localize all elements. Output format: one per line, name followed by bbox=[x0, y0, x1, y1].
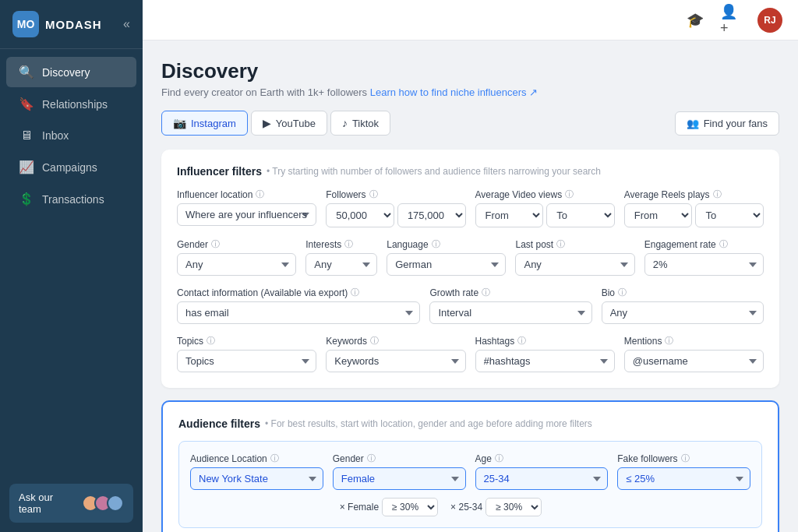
filter-select-keywords[interactable]: Keywords bbox=[326, 350, 465, 372]
female-threshold-select[interactable]: ≥ 30% bbox=[382, 498, 438, 516]
page-subtitle: Find every creator on Earth with 1k+ fol… bbox=[161, 86, 779, 98]
filter-select-engagement[interactable]: 2% bbox=[644, 253, 764, 276]
audience-filters-title: Audience filters • For best results, sta… bbox=[178, 417, 762, 430]
page-content: Discovery Find every creator on Earth wi… bbox=[143, 41, 798, 532]
main-content: 🎓 👤+ RJ Discovery Find every creator on … bbox=[143, 0, 798, 532]
page-title: Discovery bbox=[161, 59, 779, 83]
tab-youtube[interactable]: ▶ YouTube bbox=[251, 111, 327, 136]
tiktok-icon: ♪ bbox=[342, 117, 348, 129]
audience-inner-box: Audience Location ⓘ New York State Gende… bbox=[178, 441, 762, 528]
avg-video-range: From To bbox=[475, 203, 615, 227]
sidebar-item-inbox[interactable]: 🖥 Inbox bbox=[6, 121, 136, 150]
info-icon-fake-followers[interactable]: ⓘ bbox=[681, 453, 690, 464]
filter-group-last-post: Last post ⓘ Any bbox=[515, 238, 634, 276]
info-icon-gender[interactable]: ⓘ bbox=[211, 238, 220, 250]
ask-team-btn[interactable]: Ask our team bbox=[9, 484, 133, 523]
info-icon-growth[interactable]: ⓘ bbox=[482, 287, 490, 298]
filter-select-audience-gender[interactable]: Female bbox=[333, 467, 466, 490]
tab-instagram[interactable]: 📷 Instagram bbox=[161, 111, 248, 136]
sidebar-header: MO MODASH « bbox=[0, 0, 143, 49]
filter-label-audience-location: Audience Location ⓘ bbox=[190, 453, 323, 464]
filter-label-contact: Contact information (Available via expor… bbox=[177, 287, 420, 298]
info-icon-engagement[interactable]: ⓘ bbox=[719, 238, 728, 250]
sidebar-collapse-btn[interactable]: « bbox=[123, 17, 130, 31]
filter-group-location: Influencer location ⓘ Where are your inf… bbox=[177, 188, 316, 227]
audience-tags-row: × Female ≥ 30% × 25-34 ≥ 30% bbox=[190, 498, 750, 516]
add-user-icon[interactable]: 👤+ bbox=[720, 8, 745, 33]
info-icon-topics[interactable]: ⓘ bbox=[207, 335, 215, 347]
sidebar-item-label: Campaigns bbox=[42, 161, 97, 174]
influencer-filters-hint: • Try starting with number of followers … bbox=[267, 166, 601, 177]
tab-tiktok[interactable]: ♪ Tiktok bbox=[330, 111, 390, 136]
info-icon-bio[interactable]: ⓘ bbox=[618, 287, 627, 298]
filter-select-language[interactable]: German bbox=[387, 253, 506, 276]
sidebar-item-label: Discovery bbox=[42, 66, 90, 79]
info-icon-contact[interactable]: ⓘ bbox=[351, 287, 359, 298]
user-avatar[interactable]: RJ bbox=[757, 8, 782, 33]
filter-label-growth: Growth rate ⓘ bbox=[429, 287, 591, 298]
find-fans-button[interactable]: 👥 Find your fans bbox=[675, 111, 779, 136]
filter-select-topics[interactable]: Topics bbox=[177, 350, 316, 372]
filter-label-hashtags: Hashtags ⓘ bbox=[475, 335, 615, 347]
filter-label-audience-gender: Gender ⓘ bbox=[333, 453, 466, 464]
filter-label-fake-followers: Fake followers ⓘ bbox=[617, 453, 750, 464]
info-icon-interests[interactable]: ⓘ bbox=[344, 238, 353, 250]
filter-select-hashtags[interactable]: #hashtags bbox=[475, 350, 615, 372]
info-icon-audience-age[interactable]: ⓘ bbox=[495, 453, 503, 464]
logo-text: MODASH bbox=[45, 18, 102, 31]
filter-select-interests[interactable]: Any bbox=[305, 253, 377, 276]
info-icon-audience-gender[interactable]: ⓘ bbox=[367, 453, 376, 464]
filter-select-audience-age[interactable]: 25-34 bbox=[475, 467, 609, 490]
tabs-left: 📷 Instagram ▶ YouTube ♪ Tiktok bbox=[161, 111, 390, 136]
info-icon-avg-video[interactable]: ⓘ bbox=[565, 188, 574, 200]
age-tag-label: × 25-34 bbox=[450, 502, 482, 513]
sidebar-item-transactions[interactable]: 💲 Transactions bbox=[6, 184, 136, 214]
avg-video-to[interactable]: To bbox=[546, 203, 615, 227]
filter-select-audience-location[interactable]: New York State bbox=[190, 467, 323, 490]
filter-select-location[interactable]: Where are your influencers? bbox=[177, 203, 316, 226]
learn-link[interactable]: Learn how to find niche influencers ↗ bbox=[370, 86, 538, 98]
info-icon-audience-location[interactable]: ⓘ bbox=[270, 453, 279, 464]
info-icon-hashtags[interactable]: ⓘ bbox=[517, 335, 526, 347]
info-icon-location[interactable]: ⓘ bbox=[256, 188, 264, 200]
inbox-icon: 🖥 bbox=[19, 129, 34, 143]
avg-reels-range: From To bbox=[624, 203, 764, 227]
age-threshold-select[interactable]: ≥ 30% bbox=[486, 498, 542, 516]
filter-select-gender[interactable]: Any bbox=[177, 253, 296, 276]
sidebar-item-discovery[interactable]: 🔍 Discovery bbox=[6, 57, 136, 87]
filter-group-fake-followers: Fake followers ⓘ ≤ 25% bbox=[617, 453, 750, 490]
followers-from[interactable]: 50,000 bbox=[326, 203, 394, 227]
avg-reels-to[interactable]: To bbox=[695, 203, 764, 227]
filter-select-bio[interactable]: Any bbox=[602, 301, 764, 324]
filter-select-growth[interactable]: Interval bbox=[429, 301, 591, 324]
info-icon-last-post[interactable]: ⓘ bbox=[556, 238, 565, 250]
info-icon-mentions[interactable]: ⓘ bbox=[665, 335, 673, 347]
sidebar-item-label: Transactions bbox=[42, 193, 104, 206]
info-icon-followers[interactable]: ⓘ bbox=[369, 188, 378, 200]
filter-label-audience-age: Age ⓘ bbox=[475, 453, 609, 464]
avg-reels-from[interactable]: From bbox=[624, 203, 693, 227]
avg-video-from[interactable]: From bbox=[475, 203, 544, 227]
filter-group-contact: Contact information (Available via expor… bbox=[177, 287, 420, 324]
filter-label-language: Language ⓘ bbox=[387, 238, 506, 250]
filter-group-avg-reels: Average Reels plays ⓘ From To bbox=[624, 188, 764, 227]
filter-select-last-post[interactable]: Any bbox=[515, 253, 634, 276]
followers-range: 50,000 175,000 bbox=[326, 203, 465, 227]
filter-group-keywords: Keywords ⓘ Keywords bbox=[326, 335, 465, 372]
relationships-icon: 🔖 bbox=[19, 97, 34, 111]
filter-label-location: Influencer location ⓘ bbox=[177, 188, 316, 200]
filter-select-contact[interactable]: has email bbox=[177, 301, 420, 324]
graduation-icon[interactable]: 🎓 bbox=[683, 8, 708, 33]
filter-group-interests: Interests ⓘ Any bbox=[305, 238, 377, 276]
filter-group-followers: Followers ⓘ 50,000 175,000 bbox=[326, 188, 465, 227]
info-icon-keywords[interactable]: ⓘ bbox=[370, 335, 379, 347]
followers-to[interactable]: 175,000 bbox=[397, 203, 466, 227]
filter-select-mentions[interactable]: @username bbox=[624, 350, 764, 372]
sidebar-item-campaigns[interactable]: 📈 Campaigns bbox=[6, 152, 136, 182]
info-icon-avg-reels[interactable]: ⓘ bbox=[713, 188, 722, 200]
filter-select-fake-followers[interactable]: ≤ 25% bbox=[617, 467, 750, 490]
filter-label-engagement: Engagement rate ⓘ bbox=[644, 238, 764, 250]
info-icon-language[interactable]: ⓘ bbox=[432, 238, 440, 250]
filter-group-audience-location: Audience Location ⓘ New York State bbox=[190, 453, 323, 490]
sidebar-item-relationships[interactable]: 🔖 Relationships bbox=[6, 89, 136, 119]
